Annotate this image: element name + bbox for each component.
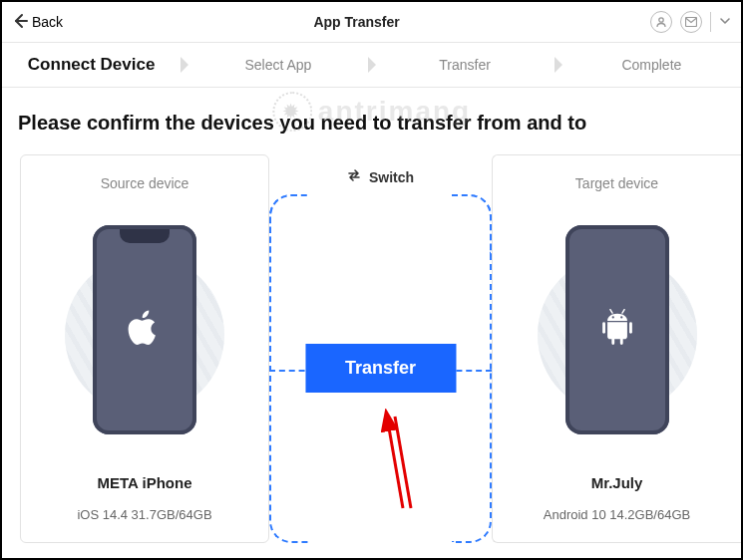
divider <box>710 12 711 32</box>
step-indicator: Connect Device Select App Transfer Compl… <box>2 42 741 88</box>
svg-point-0 <box>659 18 663 22</box>
page-heading: Please confirm the devices you need to t… <box>2 88 741 144</box>
transfer-button[interactable]: Transfer <box>305 344 456 393</box>
app-title: App Transfer <box>313 14 399 30</box>
switch-button[interactable]: Switch <box>347 168 414 185</box>
step-separator-icon <box>368 57 376 73</box>
step-connect-device: Connect Device <box>2 42 181 88</box>
middle-panel: Switch Transfer <box>269 154 492 543</box>
back-button[interactable]: Back <box>12 13 63 32</box>
svg-rect-5 <box>629 322 632 333</box>
step-transfer: Transfer <box>376 42 555 88</box>
source-device-name: META iPhone <box>29 474 260 491</box>
switch-label: Switch <box>369 169 414 185</box>
device-content: Source device META iPhone iOS 14.4 31.7G… <box>2 144 741 543</box>
android-icon <box>600 309 634 351</box>
source-device-title: Source device <box>29 175 260 191</box>
switch-icon <box>347 168 361 185</box>
step-select-app: Select App <box>188 42 367 88</box>
step-separator-icon <box>181 57 188 73</box>
top-bar: Back App Transfer <box>2 2 741 42</box>
svg-point-3 <box>620 316 622 318</box>
source-device-info: iOS 14.4 31.7GB/64GB <box>29 507 260 522</box>
source-device-card: Source device META iPhone iOS 14.4 31.7G… <box>20 154 269 543</box>
svg-rect-4 <box>602 322 605 333</box>
target-phone-graphic <box>518 215 717 444</box>
apple-icon <box>128 308 162 352</box>
chevron-down-icon[interactable] <box>719 13 731 31</box>
step-complete: Complete <box>562 42 741 88</box>
source-phone-graphic <box>45 215 244 444</box>
target-device-info: Android 10 14.2GB/64GB <box>501 507 733 522</box>
back-arrow-icon <box>12 13 28 32</box>
account-icon[interactable] <box>650 11 672 33</box>
svg-point-2 <box>611 316 613 318</box>
target-device-name: Mr.July <box>501 474 733 491</box>
top-right-controls <box>650 11 731 33</box>
target-device-title: Target device <box>501 175 733 191</box>
back-label: Back <box>32 14 63 30</box>
mail-icon[interactable] <box>680 11 702 33</box>
target-device-card: Target device Mr.July Android 10 14.2GB/… <box>492 154 741 543</box>
step-separator-icon <box>555 57 562 73</box>
